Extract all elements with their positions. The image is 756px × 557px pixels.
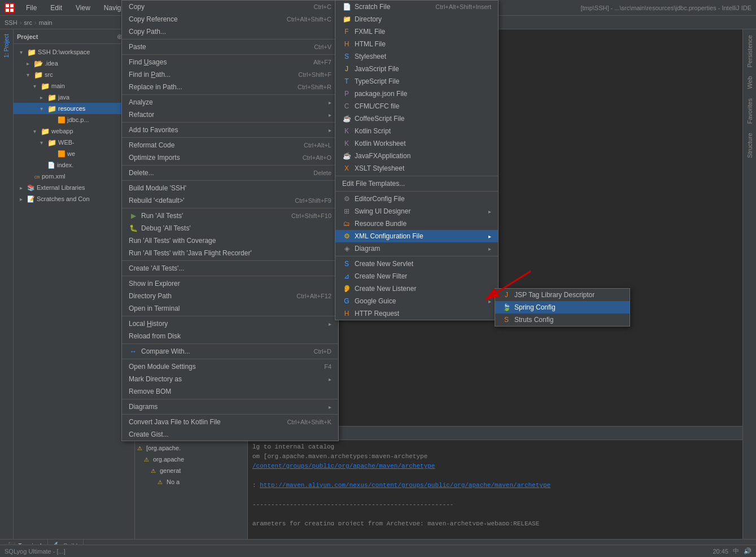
xml-jsp-tag[interactable]: J JSP Tag Library Descriptor (495, 289, 630, 301)
tree-item-src[interactable]: ▾ 📁 src (14, 69, 134, 80)
tree-item-web[interactable]: ▾ 📁 WEB- (14, 137, 134, 148)
ctx-module-settings[interactable]: Open Module Settings F4 (122, 360, 338, 373)
new-packagejson[interactable]: P package.json File (335, 88, 498, 100)
menu-edit[interactable]: Edit (48, 3, 64, 13)
new-kotlin-worksheet[interactable]: K Kotlin Worksheet (335, 137, 498, 150)
breadcrumb-main[interactable]: main (39, 19, 53, 26)
ctx-paste[interactable]: Paste Ctrl+V (122, 41, 338, 53)
new-ts[interactable]: T TypeScript File (335, 75, 498, 88)
breadcrumb-src[interactable]: src (24, 19, 32, 26)
tree-item-extlibs[interactable]: ▸ 📚 External Libraries (14, 182, 134, 193)
spring-icon: 🍃 (502, 303, 511, 312)
breadcrumb-ssh[interactable]: SSH (5, 19, 18, 26)
ctx-add-favorites[interactable]: Add to Favorites ▸ (122, 124, 338, 136)
tree-item-pom[interactable]: ▸ ㎝ pom.xml (14, 171, 134, 182)
tree-item-webapp[interactable]: ▾ 📁 webapp (14, 125, 134, 137)
ctx-local-history[interactable]: Local History ▸ (122, 317, 338, 330)
ctx-create-gist[interactable]: Create Gist... (122, 428, 338, 441)
run-line: ----------------------------------------… (252, 500, 738, 510)
new-html[interactable]: H HTML File (335, 38, 498, 50)
ctx-debug-tests[interactable]: 🐛 Debug 'All Tests' (122, 222, 338, 234)
ctx-run-tests[interactable]: ▶ Run 'All Tests' Ctrl+Shift+F10 (122, 210, 338, 222)
new-directory[interactable]: 📁 Directory (335, 13, 498, 25)
ctx-replace-path[interactable]: Replace in Path... Ctrl+Shift+R (122, 81, 338, 93)
xml-struts-config[interactable]: S Struts Config (495, 314, 630, 326)
tree-arrow: ▾ (33, 128, 39, 134)
new-cfml[interactable]: C CFML/CFC file (335, 100, 498, 112)
css-icon: S (342, 52, 351, 61)
ctx-dir-path[interactable]: Directory Path Ctrl+Alt+F12 (122, 290, 338, 302)
menu-file[interactable]: File (24, 3, 39, 13)
tree-item-scratches[interactable]: ▸ 📝 Scratches and Con (14, 193, 134, 204)
tree-item-resources[interactable]: ▾ 📁 resources (14, 103, 134, 114)
new-swing[interactable]: ⊞ Swing UI Designer ▸ (335, 205, 498, 217)
tree-item-java[interactable]: ▸ 📁 java (14, 92, 134, 103)
run-tree-generat[interactable]: ⚠ generat (135, 465, 247, 476)
new-fxml[interactable]: F FXML File (335, 25, 498, 38)
ctx-open-terminal[interactable]: Open in Terminal (122, 302, 338, 315)
new-edit-templates[interactable]: Edit File Templates... (335, 177, 498, 190)
new-servlet[interactable]: S Create New Servlet (335, 258, 498, 270)
file-icon: 🟧 (58, 116, 65, 124)
ctx-optimize[interactable]: Optimize Imports Ctrl+Alt+O (122, 151, 338, 164)
run-tree-no[interactable]: ⚠ No a (135, 476, 247, 488)
run-line: : http://maven.aliyun.com/nexus/content/… (252, 481, 738, 490)
rsidebar-web[interactable]: Web (745, 73, 754, 92)
tree-item-jdbc[interactable]: ▸ 🟧 jdbc.p... (14, 114, 134, 125)
new-editorconfig[interactable]: ⚙ EditorConfig File (335, 193, 498, 205)
ctx-run-jfr[interactable]: Run 'All Tests' with 'Java Flight Record… (122, 247, 338, 259)
ctx-remove-bom[interactable]: Remove BOM (122, 385, 338, 398)
ctx-delete[interactable]: Delete... Delete (122, 167, 338, 179)
ctx-find-usages[interactable]: Find Usages Alt+F7 (122, 56, 338, 68)
run-tree-apache[interactable]: ⚠ org.apache (135, 454, 247, 465)
run-tree-root[interactable]: ⚠ [org.apache. (135, 442, 247, 454)
ctx-copy-path[interactable]: Copy Path... (122, 25, 338, 38)
ctx-mark-dir[interactable]: Mark Directory as ▸ (122, 373, 338, 385)
tree-item-idea[interactable]: ▸ 📂 .idea (14, 58, 134, 69)
ctx-find-path[interactable]: Find in Path... Ctrl+Shift+F (122, 68, 338, 81)
new-javafx[interactable]: ☕ JavaFXApplication (335, 150, 498, 162)
divider (335, 176, 498, 176)
new-diagram[interactable]: ◈ Diagram ▸ (335, 242, 498, 255)
vtab-project[interactable]: 1: Project (2, 29, 11, 62)
ctx-reformat[interactable]: Reformat Code Ctrl+Alt+L (122, 139, 338, 151)
ctx-copy[interactable]: Copy Ctrl+C (122, 1, 338, 13)
ctx-build-module[interactable]: Build Module 'SSH' (122, 182, 338, 194)
rsidebar-structure[interactable]: Structure (745, 129, 754, 162)
ctx-analyze[interactable]: Analyze ▸ (122, 96, 338, 108)
ctx-refactor[interactable]: Refactor ▸ (122, 108, 338, 121)
rsidebar-favorites[interactable]: Favorites (745, 95, 754, 127)
tree-item-index[interactable]: ▸ 📄 index. (14, 159, 134, 171)
tree-label: index. (57, 162, 73, 168)
new-coffee[interactable]: ☕ CoffeeScript File (335, 112, 498, 125)
tree-item-main[interactable]: ▾ 📁 main (14, 80, 134, 92)
ctx-diagrams[interactable]: Diagrams ▸ (122, 401, 338, 413)
ctx-convert-kotlin[interactable]: Convert Java File to Kotlin File Ctrl+Al… (122, 416, 338, 428)
ctx-run-coverage[interactable]: Run 'All Tests' with Coverage (122, 234, 338, 247)
ctx-compare[interactable]: ↔ Compare With... Ctrl+D (122, 345, 338, 358)
new-filter[interactable]: ⊿ Create New Filter (335, 270, 498, 282)
new-stylesheet[interactable]: S Stylesheet (335, 50, 498, 63)
new-kotlin-script[interactable]: K Kotlin Script (335, 125, 498, 137)
ctx-create-tests[interactable]: Create 'All Tests'... (122, 262, 338, 275)
tree-arrow: ▸ (27, 60, 32, 67)
new-listener[interactable]: 👂 Create New Listener (335, 282, 498, 295)
run-line: om [org.apache.maven.archetypes:maven-ar… (252, 452, 738, 462)
tree-arrow: ▾ (40, 106, 46, 112)
xml-spring-config[interactable]: 🍃 Spring Config (495, 301, 630, 314)
new-http[interactable]: H HTTP Request (335, 307, 498, 320)
new-xslt[interactable]: X XSLT Stylesheet (335, 162, 498, 175)
menu-view[interactable]: View (73, 3, 93, 13)
ctx-rebuild[interactable]: Rebuild '<default>' Ctrl+Shift+F9 (122, 194, 338, 207)
new-js[interactable]: J JavaScript File (335, 63, 498, 75)
new-resource-bundle[interactable]: 🗂 Resource Bundle (335, 217, 498, 230)
rsidebar-persistence[interactable]: Persistence (745, 32, 754, 71)
tree-item-we[interactable]: ▸ 🟧 we (14, 148, 134, 159)
ctx-reload[interactable]: Reload from Disk (122, 330, 338, 342)
new-scratch[interactable]: 📄 Scratch File Ctrl+Alt+Shift+Insert (335, 1, 498, 13)
tree-item-ssh[interactable]: ▾ 📁 SSH D:\workspace (14, 46, 134, 58)
ctx-copy-ref[interactable]: Copy Reference Ctrl+Alt+Shift+C (122, 13, 338, 25)
new-google-guice[interactable]: G Google Guice ▸ (335, 295, 498, 307)
ctx-show-explorer[interactable]: Show in Explorer (122, 277, 338, 290)
new-xml-config[interactable]: ⚙ XML Configuration File ▸ (335, 230, 498, 242)
